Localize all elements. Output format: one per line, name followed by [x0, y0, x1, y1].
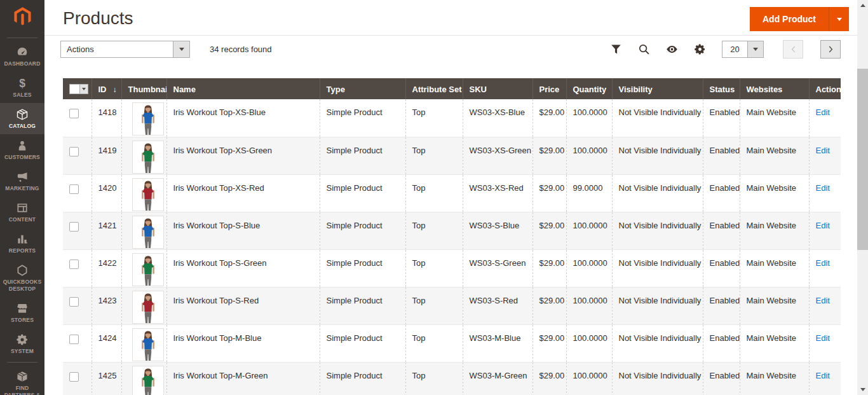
cell-quantity: 99.0000 — [566, 174, 612, 212]
column-header-label: ID — [98, 85, 107, 94]
columns-settings-button[interactable] — [694, 43, 706, 55]
cell-action: Edit — [809, 212, 841, 249]
row-checkbox[interactable] — [69, 147, 79, 156]
row-checkbox[interactable] — [69, 222, 79, 232]
catalog-icon — [16, 108, 29, 121]
sidebar-item-sales[interactable]: $ SALES — [0, 72, 44, 103]
cell-thumbnail — [121, 324, 166, 362]
cell-visibility: Not Visible Individually — [612, 249, 703, 287]
scroll-down-button[interactable] — [857, 384, 868, 395]
cell-status: Enabled — [703, 249, 740, 287]
edit-link[interactable]: Edit — [816, 371, 830, 380]
cell-status: Enabled — [703, 287, 740, 324]
table-row: 1422 Iris Workout Top-S-Green Simple Pro… — [63, 249, 841, 287]
product-thumbnail — [132, 253, 164, 286]
edit-link[interactable]: Edit — [816, 146, 830, 155]
sidebar-item-catalog[interactable]: CATALOG — [0, 103, 44, 134]
row-checkbox[interactable] — [69, 260, 79, 269]
per-page-dropdown-toggle[interactable] — [747, 41, 763, 57]
column-header-quantity[interactable]: Quantity — [566, 78, 612, 99]
column-header-name[interactable]: Name — [166, 78, 320, 99]
scroll-up-button[interactable] — [857, 0, 868, 11]
add-product-label[interactable]: Add Product — [750, 7, 829, 31]
cell-thumbnail — [121, 99, 166, 137]
sidebar-item-content[interactable]: CONTENT — [0, 197, 44, 228]
search-button[interactable] — [638, 43, 650, 55]
sidebar-item-system[interactable]: SYSTEM — [0, 328, 44, 359]
sidebar-item-label: CONTENT — [9, 216, 36, 223]
sidebar-item-label: MARKETING — [5, 185, 39, 192]
actions-dropdown-value: Actions — [61, 41, 173, 57]
stores-icon — [16, 302, 29, 315]
row-checkbox[interactable] — [69, 297, 79, 307]
cell-id: 1420 — [92, 174, 121, 212]
cell-visibility: Not Visible Individually — [612, 212, 703, 249]
magento-logo[interactable] — [0, 0, 44, 36]
cell-price: $29.00 — [532, 137, 566, 174]
column-header-price[interactable]: Price — [532, 78, 566, 99]
column-header-visibility[interactable]: Visibility — [612, 78, 703, 99]
row-checkbox[interactable] — [69, 335, 79, 344]
row-checkbox[interactable] — [69, 184, 79, 194]
cell-websites: Main Website — [740, 174, 809, 212]
select-all-checkbox-box[interactable] — [70, 85, 79, 94]
column-header-label: Price — [539, 85, 560, 94]
cell-quantity: 100.0000 — [566, 287, 612, 324]
actions-dropdown-toggle[interactable] — [173, 41, 189, 57]
add-product-button[interactable]: Add Product — [750, 7, 849, 31]
sidebar-item-label: CUSTOMERS — [4, 154, 40, 161]
per-page-selector[interactable]: 20 — [722, 41, 764, 58]
cell-name: Iris Workout Top-M-Blue — [166, 324, 320, 362]
next-page-button[interactable] — [820, 40, 841, 59]
sidebar-item-dashboard[interactable]: DASHBOARD — [0, 41, 44, 72]
row-checkbox[interactable] — [69, 109, 79, 118]
column-header-label: SKU — [470, 85, 487, 94]
row-checkbox[interactable] — [69, 372, 79, 382]
edit-link[interactable]: Edit — [816, 221, 830, 230]
column-header-sku[interactable]: SKU — [463, 78, 532, 99]
default-view-button[interactable] — [666, 43, 678, 55]
edit-link[interactable]: Edit — [816, 107, 830, 117]
dashboard-icon — [16, 46, 29, 59]
scrollbar-thumb[interactable] — [857, 69, 868, 250]
cell-thumbnail — [121, 362, 166, 395]
marketing-icon — [16, 170, 29, 183]
cell-sku: WS03-XS-Red — [463, 174, 532, 212]
sidebar-item-stores[interactable]: STORES — [0, 297, 44, 328]
column-header-status[interactable]: Status — [703, 78, 740, 99]
previous-page-button[interactable] — [783, 40, 803, 59]
edit-link[interactable]: Edit — [816, 258, 830, 268]
column-header-thumbnail[interactable]: Thumbnail — [121, 78, 166, 99]
edit-link[interactable]: Edit — [816, 333, 830, 343]
cell-type: Simple Product — [320, 362, 405, 395]
cell-quantity: 100.0000 — [566, 137, 612, 174]
sidebar-item-quickbooks-desktop[interactable]: QUICKBOOKS DESKTOP — [0, 259, 44, 297]
edit-link[interactable]: Edit — [816, 183, 830, 193]
cell-thumbnail — [121, 212, 166, 249]
column-header-attribute-set[interactable]: Attribute Set — [405, 78, 463, 99]
sidebar-item-customers[interactable]: CUSTOMERS — [0, 134, 44, 165]
select-all-checkbox[interactable] — [69, 84, 88, 94]
cell-status: Enabled — [703, 99, 740, 137]
filters-button[interactable] — [610, 43, 622, 55]
column-header-websites[interactable]: Websites — [740, 78, 809, 99]
cell-websites: Main Website — [740, 249, 809, 287]
products-grid: ID↓ThumbnailNameTypeAttribute SetSKUPric… — [63, 78, 841, 395]
sidebar-item-label: SYSTEM — [11, 348, 34, 355]
cell-quantity: 100.0000 — [566, 362, 612, 395]
sidebar-item-find-partners[interactable]: FIND PARTNERS & EXTENSIONS — [0, 365, 44, 395]
sidebar-item-reports[interactable]: REPORTS — [0, 228, 44, 259]
product-thumbnail — [132, 216, 164, 249]
sidebar-item-marketing[interactable]: MARKETING — [0, 165, 44, 197]
grid-toolbar: Actions 34 records found 20 — [44, 36, 857, 78]
column-header-type[interactable]: Type — [320, 78, 405, 99]
column-header-action[interactable]: Action — [809, 78, 841, 99]
add-product-dropdown-toggle[interactable] — [829, 7, 849, 31]
select-all-dropdown-toggle[interactable] — [79, 85, 88, 94]
sidebar-item-label: DASHBOARD — [4, 60, 40, 67]
edit-link[interactable]: Edit — [816, 296, 830, 305]
actions-dropdown[interactable]: Actions — [60, 41, 190, 58]
column-header-id[interactable]: ID↓ — [92, 78, 121, 99]
per-page-value: 20 — [722, 41, 747, 57]
cell-attribute-set: Top — [405, 287, 463, 324]
